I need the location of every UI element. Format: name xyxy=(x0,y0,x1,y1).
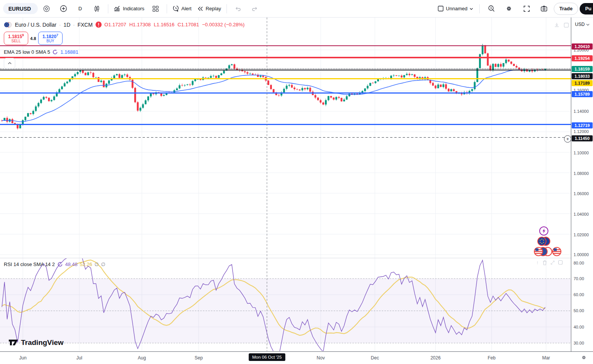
symbol-title[interactable]: Euro / U.S. Dollar xyxy=(15,22,56,28)
rsi-pane-controls: ↑ ⤢ xyxy=(536,260,563,265)
tradingview-watermark[interactable]: TradingView xyxy=(8,338,64,347)
us-flag-event-icon[interactable] xyxy=(534,247,561,256)
camera-icon xyxy=(540,5,548,12)
price-tick: 1.00000 xyxy=(574,252,589,257)
time-label[interactable]: Dec xyxy=(371,355,379,361)
chart-style-button[interactable] xyxy=(89,3,105,14)
price-label[interactable]: 1.12719 xyxy=(572,122,593,128)
sell-button[interactable]: 1.18159 SELL xyxy=(4,32,28,45)
chevron-up-icon xyxy=(8,62,12,65)
search-lightning-icon xyxy=(488,5,495,12)
replay-rewind-icon xyxy=(197,5,204,12)
price-label[interactable]: 1.15789 xyxy=(572,91,593,97)
price-label[interactable]: 1.17189 xyxy=(572,80,593,86)
replay-button[interactable]: Replay xyxy=(194,3,223,14)
flag-symbol-button[interactable] xyxy=(39,3,55,14)
settings-button[interactable] xyxy=(501,3,517,14)
compare-button[interactable] xyxy=(55,3,71,14)
redo-icon xyxy=(251,5,258,12)
loading-refresh-icon xyxy=(57,261,63,267)
lightning-event-icon[interactable] xyxy=(540,227,548,235)
rsi-indicator-legend[interactable]: RSI 14 close SMA 14 2 48.48 52.26 ∅ ∅ xyxy=(4,261,105,267)
time-axis[interactable]: JunJulAugSepNovDec2026FebMar Mon 06 Oct … xyxy=(0,351,593,364)
time-label[interactable]: Nov xyxy=(317,355,325,361)
time-label[interactable]: Jun xyxy=(19,355,26,361)
chart-canvas[interactable] xyxy=(0,0,593,364)
economic-event-icons[interactable] xyxy=(533,226,565,260)
eu-flag-event-icon[interactable] xyxy=(538,237,550,245)
maximize-pane-button[interactable]: ⤢ xyxy=(551,260,554,265)
time-label[interactable]: Feb xyxy=(488,355,496,361)
publish-button[interactable]: Pu xyxy=(580,3,593,14)
price-tick: 1.08000 xyxy=(574,171,589,176)
download-icon[interactable] xyxy=(554,22,560,28)
templates-button[interactable] xyxy=(148,3,164,14)
time-label[interactable]: Mar xyxy=(542,355,550,361)
open-value: O1.17207 xyxy=(104,22,126,27)
sell-price: 1.18159 xyxy=(8,34,24,39)
publish-label: Pu xyxy=(585,6,591,11)
undo-button[interactable] xyxy=(230,3,246,14)
indicators-icon xyxy=(114,5,121,12)
ema-line[interactable] xyxy=(2,70,545,122)
layout-name-label: Unnamed xyxy=(446,6,467,11)
fullscreen-button[interactable] xyxy=(519,3,535,14)
move-pane-up-button[interactable]: ↑ xyxy=(536,260,539,265)
snapshot-button[interactable] xyxy=(536,3,552,14)
rsi-tick: 80.00 xyxy=(574,261,584,265)
sell-label: SELL xyxy=(11,39,21,43)
loading-refresh-icon xyxy=(52,49,58,55)
watermark-label: TradingView xyxy=(21,338,64,347)
toolbar-divider xyxy=(108,4,108,13)
time-label[interactable]: 2026 xyxy=(431,355,441,361)
price-axis[interactable]: USD 1.200001.160001.140001.120001.100001… xyxy=(571,17,593,351)
rsi-legend-title: RSI 14 close SMA 14 2 xyxy=(4,261,55,267)
alert-label: Alert xyxy=(182,6,192,11)
delete-pane-icon[interactable] xyxy=(542,260,547,265)
trade-button[interactable]: Trade xyxy=(554,3,579,15)
alert-button[interactable]: Alert xyxy=(170,3,194,14)
time-label[interactable]: Aug xyxy=(138,355,146,361)
symbol-label: EURUSD xyxy=(8,6,31,12)
price-tick: 1.06000 xyxy=(574,191,589,196)
quick-search-button[interactable] xyxy=(484,3,500,14)
data-problem-icon[interactable] xyxy=(95,21,102,28)
plus-circle-icon xyxy=(60,5,67,12)
time-label[interactable]: Jul xyxy=(76,355,82,361)
price-label[interactable]: 1.19254 xyxy=(572,55,593,61)
legend-interval[interactable]: 1D xyxy=(64,22,71,28)
rsi-tick: 70.00 xyxy=(574,276,584,281)
ohlc-values: O1.17207 H1.17308 L1.16516 C1.17081 −0.0… xyxy=(104,22,244,27)
gear-icon xyxy=(581,354,587,361)
indicators-label: Indicators xyxy=(123,6,144,11)
layout-select-button[interactable]: Unnamed xyxy=(435,3,475,14)
close-value: C1.17081 xyxy=(178,22,199,27)
legend-collapse-button[interactable] xyxy=(4,58,15,69)
legend-separator: · xyxy=(73,22,75,28)
buy-button[interactable]: 1.18207 BUY xyxy=(38,32,63,45)
indicators-button[interactable]: Indicators xyxy=(111,3,146,14)
legend-exchange[interactable]: FXCM xyxy=(77,22,93,28)
price-label[interactable]: 1.18159 xyxy=(572,66,593,72)
time-axis-settings-button[interactable] xyxy=(581,354,587,362)
add-alert-plus-icon[interactable]: + xyxy=(564,135,571,143)
symbol-legend[interactable]: Euro / U.S. Dollar · 1D · FXCM O1.17207 … xyxy=(4,21,244,28)
pane-top-right-controls xyxy=(554,22,569,28)
price-label[interactable]: 1.18033 xyxy=(572,73,593,79)
price-tick: 1.04000 xyxy=(574,212,589,216)
price-axis-currency[interactable]: USD xyxy=(571,22,593,27)
maximize-pane-icon[interactable] xyxy=(563,22,569,28)
interval-button[interactable]: D xyxy=(72,3,88,14)
collapse-pane-icon[interactable] xyxy=(558,260,563,265)
buy-price: 1.18207 xyxy=(42,34,58,39)
symbol-search-button[interactable]: EURUSD xyxy=(3,3,38,14)
toolbar-divider xyxy=(479,4,480,13)
price-label[interactable]: 1.11450 xyxy=(572,135,593,141)
price-levels xyxy=(0,46,571,138)
ema-indicator-legend[interactable]: EMA 25 low 0 SMA 5 1.16881 xyxy=(4,49,78,55)
time-label[interactable]: Sep xyxy=(194,355,202,361)
redo-button[interactable] xyxy=(247,3,263,14)
interval-label: D xyxy=(78,6,82,11)
price-label[interactable]: 1.20410 xyxy=(572,43,593,50)
tradingview-logo-icon xyxy=(8,338,18,347)
